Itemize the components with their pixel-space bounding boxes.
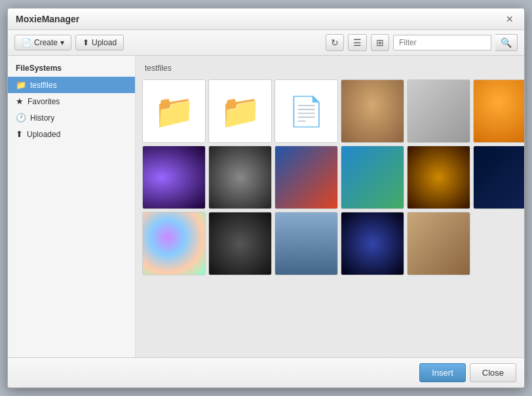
content-area: testfiles 📁 📁 📄 — [136, 56, 524, 357]
folder-icon: 📁 — [154, 92, 195, 130]
filter-input[interactable] — [393, 35, 491, 50]
sidebar-item-favorites[interactable]: ★ Favorites — [8, 93, 135, 109]
list-item[interactable] — [407, 146, 470, 209]
refresh-button[interactable]: ↻ — [326, 34, 344, 51]
search-button[interactable]: 🔍 — [495, 34, 518, 51]
list-item[interactable] — [473, 146, 524, 209]
list-item[interactable] — [407, 79, 470, 143]
list-item[interactable] — [142, 212, 206, 275]
list-item[interactable] — [341, 146, 404, 209]
insert-button[interactable]: Insert — [419, 363, 466, 382]
file-icon: 📄 — [288, 94, 324, 129]
sidebar-item-testfiles[interactable]: 📁 testfiles — [8, 77, 135, 93]
upload-icon: ⬆ — [83, 38, 89, 47]
main-area: FileSystems 📁 testfiles ★ Favorites 🕐 Hi… — [8, 56, 524, 357]
title-bar: MoxieManager ✕ — [8, 9, 524, 30]
folder-icon: 📁 — [220, 92, 261, 130]
list-item[interactable] — [341, 79, 404, 143]
upload-button[interactable]: ⬆ Upload — [75, 35, 124, 50]
list-item[interactable] — [142, 146, 206, 209]
list-item[interactable] — [208, 146, 272, 209]
create-button[interactable]: 📄 Create ▾ — [14, 35, 71, 50]
sidebar-item-testfiles-label: testfiles — [30, 81, 57, 90]
sidebar: FileSystems 📁 testfiles ★ Favorites 🕐 Hi… — [8, 56, 136, 357]
dialog-title: MoxieManager — [16, 14, 79, 24]
content-path: testfiles — [142, 62, 518, 74]
create-dropdown-icon: ▾ — [60, 38, 64, 47]
list-item[interactable] — [275, 146, 338, 209]
list-item[interactable] — [407, 212, 470, 275]
sidebar-item-uploaded-label: Uploaded — [27, 130, 60, 139]
upload-label: Upload — [92, 38, 117, 47]
favorites-icon: ★ — [16, 96, 24, 106]
footer: Insert Close — [8, 357, 524, 387]
list-item[interactable]: 📄 — [275, 79, 338, 143]
sidebar-item-uploaded[interactable]: ⬆ Uploaded — [8, 126, 135, 142]
file-grid: 📁 📁 📄 — [142, 79, 518, 275]
create-label: Create — [34, 38, 58, 47]
dialog-close-button[interactable]: ✕ — [503, 14, 516, 24]
grid-view-button[interactable]: ⊞ — [371, 34, 389, 51]
folder-icon: 📁 — [16, 80, 26, 90]
list-item[interactable] — [208, 212, 272, 275]
close-button[interactable]: Close — [470, 363, 516, 382]
sidebar-item-history-label: History — [30, 113, 54, 123]
history-icon: 🕐 — [16, 113, 26, 123]
list-item[interactable] — [275, 212, 338, 275]
list-item[interactable] — [341, 212, 404, 275]
list-item[interactable] — [473, 79, 524, 143]
create-icon: 📄 — [22, 38, 31, 47]
list-item[interactable]: 📁 — [142, 79, 206, 143]
toolbar: 📄 Create ▾ ⬆ Upload ↻ ☰ ⊞ 🔍 — [8, 30, 524, 56]
sidebar-item-favorites-label: Favorites — [28, 97, 60, 106]
list-item[interactable]: 📁 — [208, 79, 272, 143]
list-view-button[interactable]: ☰ — [348, 34, 367, 51]
sidebar-item-history[interactable]: 🕐 History — [8, 109, 135, 126]
dialog: MoxieManager ✕ 📄 Create ▾ ⬆ Upload ↻ ☰ ⊞… — [7, 8, 525, 388]
uploaded-icon: ⬆ — [16, 129, 23, 139]
sidebar-section-title: FileSystems — [8, 61, 135, 77]
